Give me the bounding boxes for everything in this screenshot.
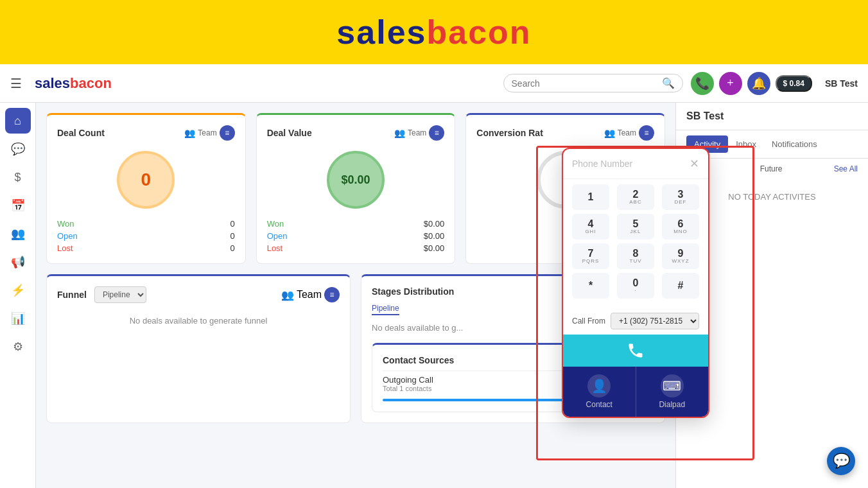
- tab-inbox[interactable]: Inbox: [728, 135, 764, 153]
- dialer-row-4: * 0· #: [572, 273, 699, 299]
- callfrom-select[interactable]: +1 (302) 751-2815: [611, 313, 699, 329]
- search-input[interactable]: [512, 78, 662, 89]
- team-label: Team: [198, 128, 216, 137]
- contact-button[interactable]: 👤 Contact: [563, 367, 636, 417]
- dialer-key-7[interactable]: 7PQRS: [572, 243, 609, 269]
- deal-value-title: Deal Value: [267, 128, 312, 138]
- funnel-filter-icon[interactable]: ≡: [324, 287, 340, 302]
- add-button[interactable]: +: [719, 72, 742, 95]
- deal-value-card: Deal Value 👥 Team ≡ $0.00 Won $0.0: [256, 113, 456, 264]
- team-label-2: Team: [408, 128, 426, 137]
- team-icon: 👥: [184, 128, 195, 138]
- dialer-input-row: ✕: [563, 149, 708, 179]
- team-icon-2: 👥: [394, 128, 405, 138]
- funnel-team-label: Team: [297, 289, 322, 301]
- dialer-key-4[interactable]: 4GHI: [572, 214, 609, 240]
- dialer-key-5[interactable]: 5JKL: [617, 214, 654, 240]
- activity-tab-future[interactable]: Future: [760, 164, 783, 173]
- funnel-empty-message: No deals available to generate funnel: [57, 316, 340, 326]
- notification-button[interactable]: 🔔: [747, 72, 770, 95]
- see-all-link[interactable]: See All: [834, 164, 858, 173]
- sidebar-item-settings[interactable]: ⚙: [5, 334, 31, 360]
- dialer-key-0[interactable]: 0·: [617, 273, 654, 299]
- sidebar-item-calendar[interactable]: 📅: [5, 193, 31, 218]
- won-value: 0: [230, 219, 234, 229]
- open-label: Open: [57, 231, 78, 241]
- dialer-key-2[interactable]: 2ABC: [617, 184, 654, 210]
- dialer-key-9[interactable]: 9WXYZ: [662, 243, 699, 269]
- top-banner: salesbacon: [0, 0, 868, 64]
- conversion-title: Conversion Rat: [476, 128, 542, 138]
- conversion-team: 👥 Team ≡: [604, 125, 654, 141]
- logo-sales: sales: [336, 13, 426, 51]
- balance-button[interactable]: $ 0.84: [776, 75, 812, 92]
- deal-count-team: 👥 Team ≡: [184, 125, 234, 141]
- contact-icon: 👤: [587, 374, 611, 397]
- team-label-3: Team: [618, 128, 636, 137]
- funnel-card: Funnel Pipeline 👥 Team ≡ No deals availa…: [46, 274, 351, 423]
- header-logo: salesbacon: [35, 75, 112, 92]
- stages-tab[interactable]: Pipeline: [372, 304, 399, 315]
- dialer-bottom-buttons: 👤 Contact ⌨ Dialpad: [563, 367, 708, 417]
- deal-value-stats: Won $0.00 Open $0.00 Lost $0.00: [267, 219, 445, 253]
- won-label-2: Won: [267, 219, 284, 229]
- right-panel-header: SB Test: [676, 103, 868, 130]
- contact-label: Contact: [586, 400, 612, 409]
- phone-dialer: ✕ 1 2ABC 3DEF 4GHI 5JKL 6MNO 7PQRS 8TUV …: [562, 148, 709, 418]
- sidebar-item-people[interactable]: 👥: [5, 221, 31, 247]
- dialer-key-8[interactable]: 8TUV: [617, 243, 654, 269]
- filter-icon[interactable]: ≡: [220, 125, 235, 141]
- dialer-row-3: 7PQRS 8TUV 9WXYZ: [572, 243, 699, 269]
- header-actions: 📞 + 🔔 $ 0.84: [691, 72, 812, 95]
- sidebar: ⌂ 💬 $ 📅 👥 📢 ⚡ 📊 ⚙: [0, 103, 36, 488]
- logo-bacon: bacon: [427, 13, 532, 51]
- sidebar-item-home[interactable]: ⌂: [5, 108, 31, 134]
- dialer-phone-input[interactable]: [572, 159, 690, 169]
- dialpad-icon: ⌨: [661, 374, 684, 397]
- header-logo-bacon: bacon: [70, 75, 112, 91]
- filter-icon-2[interactable]: ≡: [429, 125, 444, 141]
- open-label-2: Open: [267, 231, 288, 241]
- phone-button[interactable]: 📞: [691, 72, 714, 95]
- deal-count-stats: Won 0 Open 0 Lost 0: [57, 219, 235, 253]
- dialer-callfrom: Call From +1 (302) 751-2815: [563, 308, 708, 335]
- filter-icon-3[interactable]: ≡: [639, 125, 654, 141]
- tab-notifications[interactable]: Notifications: [764, 135, 825, 153]
- source-sub: Total 1 contacts: [383, 385, 433, 392]
- sidebar-item-chat[interactable]: 💬: [5, 136, 31, 162]
- sidebar-item-finance[interactable]: $: [5, 164, 31, 190]
- dialer-key-3[interactable]: 3DEF: [662, 184, 699, 210]
- deal-count-circle: 0: [117, 151, 175, 209]
- pipeline-select[interactable]: Pipeline: [94, 286, 146, 303]
- deal-count-title: Deal Count: [57, 128, 105, 138]
- dialer-clear-icon[interactable]: ✕: [690, 157, 699, 171]
- callfrom-label: Call From: [572, 317, 605, 326]
- dialpad-label: Dialpad: [659, 400, 685, 409]
- header-logo-sales: sales: [35, 75, 70, 91]
- lost-value-2: $0.00: [424, 243, 445, 253]
- top-logo: salesbacon: [336, 13, 531, 51]
- chat-bubble[interactable]: 💬: [827, 447, 855, 475]
- user-name: SB Test: [825, 78, 858, 89]
- lost-value: 0: [230, 243, 234, 253]
- dialer-row-1: 1 2ABC 3DEF: [572, 184, 699, 210]
- header: ☰ salesbacon 🔍 📞 + 🔔 $ 0.84 SB Test: [0, 64, 868, 103]
- search-icon: 🔍: [662, 77, 675, 89]
- lost-label: Lost: [57, 243, 73, 253]
- dialer-key-1[interactable]: 1: [572, 184, 609, 210]
- dialpad-button[interactable]: ⌨ Dialpad: [636, 367, 709, 417]
- dialer-key-6[interactable]: 6MNO: [662, 214, 699, 240]
- sidebar-item-marketing[interactable]: 📢: [5, 249, 31, 275]
- funnel-team-icon: 👥: [281, 289, 294, 301]
- funnel-title: Funnel: [57, 290, 87, 300]
- call-button[interactable]: [563, 335, 708, 367]
- lost-label-2: Lost: [267, 243, 283, 253]
- open-value: 0: [230, 231, 234, 241]
- dialer-key-hash[interactable]: #: [662, 273, 699, 299]
- sidebar-item-reports[interactable]: 📊: [5, 306, 31, 331]
- dialer-key-star[interactable]: *: [572, 273, 609, 299]
- search-bar: 🔍: [503, 74, 683, 92]
- hamburger-icon[interactable]: ☰: [10, 76, 22, 91]
- deal-value-team: 👥 Team ≡: [394, 125, 444, 141]
- sidebar-item-automation[interactable]: ⚡: [5, 277, 31, 303]
